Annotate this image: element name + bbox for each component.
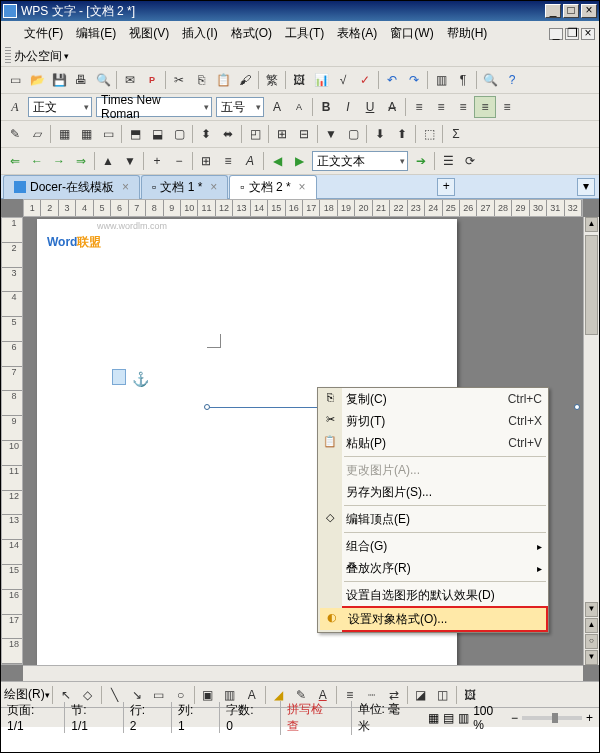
formula-icon[interactable]: Σ bbox=[445, 123, 467, 145]
view-web-icon[interactable]: ▤ bbox=[443, 711, 454, 725]
italic-icon[interactable]: I bbox=[337, 96, 359, 118]
showfmt-icon[interactable]: A bbox=[239, 150, 261, 172]
office-space-link[interactable]: 办公空间 bbox=[14, 48, 62, 65]
promote-icon[interactable]: ⇐ bbox=[4, 150, 26, 172]
view-outline-icon[interactable]: ▥ bbox=[458, 711, 469, 725]
showlevel-icon[interactable]: ⊞ bbox=[195, 150, 217, 172]
table-insert-icon[interactable]: ▦ bbox=[53, 123, 75, 145]
nav-next-icon[interactable]: ▶ bbox=[288, 150, 310, 172]
collapse-icon[interactable]: − bbox=[168, 150, 190, 172]
showfirst-icon[interactable]: ≡ bbox=[217, 150, 239, 172]
scroll-down-icon[interactable]: ▼ bbox=[585, 602, 598, 617]
demote-icon[interactable]: → bbox=[48, 150, 70, 172]
find-icon[interactable]: 🔍 bbox=[479, 69, 501, 91]
goto-icon[interactable]: ➔ bbox=[410, 150, 432, 172]
insert-pic-icon[interactable]: 🖼 bbox=[288, 69, 310, 91]
select-icon[interactable]: ⬚ bbox=[418, 123, 440, 145]
tab-doc2[interactable]: ▫文档 2 *× bbox=[229, 175, 316, 199]
menu-help[interactable]: 帮助(H) bbox=[441, 23, 494, 44]
movedown-icon[interactable]: ▼ bbox=[119, 150, 141, 172]
format-painter-icon[interactable]: 🖌 bbox=[234, 69, 256, 91]
align-dist-icon[interactable]: ≡ bbox=[496, 96, 518, 118]
ctx-cut[interactable]: ✂剪切(T)Ctrl+X bbox=[318, 410, 548, 432]
prev-page-icon[interactable]: ▲ bbox=[585, 618, 598, 633]
align-right-icon[interactable]: ≡ bbox=[452, 96, 474, 118]
toc-icon[interactable]: ☰ bbox=[437, 150, 459, 172]
update-icon[interactable]: ⟳ bbox=[459, 150, 481, 172]
tab-doc1[interactable]: ▫文档 1 *× bbox=[141, 175, 228, 199]
expand-icon[interactable]: + bbox=[146, 150, 168, 172]
redo-icon[interactable]: ↷ bbox=[403, 69, 425, 91]
del-row-icon[interactable]: ▭ bbox=[97, 123, 119, 145]
browse-icon[interactable]: ○ bbox=[585, 634, 598, 649]
draw-menu[interactable]: 绘图(R) bbox=[4, 686, 45, 703]
zoom-value[interactable]: 100 % bbox=[473, 704, 507, 732]
grow-font-icon[interactable]: A bbox=[266, 96, 288, 118]
menu-edit[interactable]: 编辑(E) bbox=[70, 23, 122, 44]
cut-icon[interactable]: ✂ bbox=[168, 69, 190, 91]
underline-icon[interactable]: U bbox=[359, 96, 381, 118]
size-dropdown[interactable]: 五号 bbox=[216, 97, 264, 117]
chart-icon[interactable]: 📊 bbox=[310, 69, 332, 91]
menu-tools[interactable]: 工具(T) bbox=[279, 23, 330, 44]
menu-window[interactable]: 窗口(W) bbox=[384, 23, 439, 44]
border-icon[interactable]: ▢ bbox=[342, 123, 364, 145]
tab-list-button[interactable]: ▾ bbox=[577, 178, 595, 196]
open-icon[interactable]: 📂 bbox=[26, 69, 48, 91]
ctx-order[interactable]: 叠放次序(R) bbox=[318, 557, 548, 579]
ctx-format-object[interactable]: ◐设置对象格式(O)... bbox=[320, 608, 546, 630]
3d-icon[interactable]: ◫ bbox=[432, 684, 454, 706]
autofit-icon[interactable]: ⊞ bbox=[271, 123, 293, 145]
table-draw-icon[interactable]: ✎ bbox=[4, 123, 26, 145]
table-erase-icon[interactable]: ▱ bbox=[26, 123, 48, 145]
scroll-up-icon[interactable]: ▲ bbox=[585, 217, 598, 232]
strike-icon[interactable]: A̶ bbox=[381, 96, 403, 118]
status-spell[interactable]: 拼写检查 bbox=[280, 701, 341, 735]
cell-icon[interactable]: ▢ bbox=[168, 123, 190, 145]
spellcheck-icon[interactable]: ✓ bbox=[354, 69, 376, 91]
scroll-thumb[interactable] bbox=[585, 235, 598, 335]
promote1-icon[interactable]: ← bbox=[26, 150, 48, 172]
grid-icon[interactable]: ▦ bbox=[75, 123, 97, 145]
menu-view[interactable]: 视图(V) bbox=[123, 23, 175, 44]
resize-handle[interactable] bbox=[204, 404, 210, 410]
resize-handle[interactable] bbox=[574, 404, 580, 410]
save-icon[interactable]: 💾 bbox=[48, 69, 70, 91]
ctx-group[interactable]: 组合(G) bbox=[318, 535, 548, 557]
print-icon[interactable]: 🖶 bbox=[70, 69, 92, 91]
zoom-out-icon[interactable]: − bbox=[511, 711, 518, 725]
ctx-paste[interactable]: 📋粘贴(P)Ctrl+V bbox=[318, 432, 548, 454]
vertical-scrollbar[interactable]: ▲ ▼ ▲ ○ ▼ bbox=[583, 217, 599, 665]
zoom-slider[interactable] bbox=[522, 716, 582, 720]
copy-icon[interactable]: ⎘ bbox=[190, 69, 212, 91]
minimize-button[interactable]: _ bbox=[545, 4, 561, 18]
ctx-save-as-pic[interactable]: 另存为图片(S)... bbox=[318, 481, 548, 503]
ctx-default-autoshape[interactable]: 设置自选图形的默认效果(D) bbox=[318, 584, 548, 606]
equation-icon[interactable]: √ bbox=[332, 69, 354, 91]
bold-icon[interactable]: B bbox=[315, 96, 337, 118]
showmarks-icon[interactable]: ¶ bbox=[452, 69, 474, 91]
shrink-font-icon[interactable]: A bbox=[288, 96, 310, 118]
help-icon[interactable]: ? bbox=[501, 69, 523, 91]
align-justify-icon[interactable]: ≡ bbox=[474, 96, 496, 118]
undo-icon[interactable]: ↶ bbox=[381, 69, 403, 91]
view-print-icon[interactable]: ▦ bbox=[428, 711, 439, 725]
pdf-icon[interactable]: P bbox=[141, 69, 163, 91]
ctx-edit-points[interactable]: ◇编辑顶点(E) bbox=[318, 508, 548, 530]
close-icon[interactable]: × bbox=[210, 180, 217, 194]
vertical-ruler[interactable]: 123456789101112131415161718 bbox=[1, 217, 23, 665]
ctx-copy[interactable]: ⎘复制(C)Ctrl+C bbox=[318, 388, 548, 410]
new-icon[interactable]: ▭ bbox=[4, 69, 26, 91]
merge-icon[interactable]: ⬒ bbox=[124, 123, 146, 145]
menu-insert[interactable]: 插入(I) bbox=[176, 23, 223, 44]
close-icon[interactable]: × bbox=[122, 180, 129, 194]
dist-col-icon[interactable]: ⬌ bbox=[217, 123, 239, 145]
horizontal-ruler[interactable]: 1234567891011121314151617181920212223242… bbox=[23, 199, 583, 217]
outline-level-dropdown[interactable]: 正文文本 bbox=[312, 151, 408, 171]
font-dropdown[interactable]: Times New Roman bbox=[96, 97, 212, 117]
mdi-minimize[interactable]: _ bbox=[549, 28, 563, 40]
demote1-icon[interactable]: ⇒ bbox=[70, 150, 92, 172]
menu-format[interactable]: 格式(O) bbox=[225, 23, 278, 44]
new-tab-button[interactable]: + bbox=[437, 178, 455, 196]
next-page-icon[interactable]: ▼ bbox=[585, 650, 598, 665]
